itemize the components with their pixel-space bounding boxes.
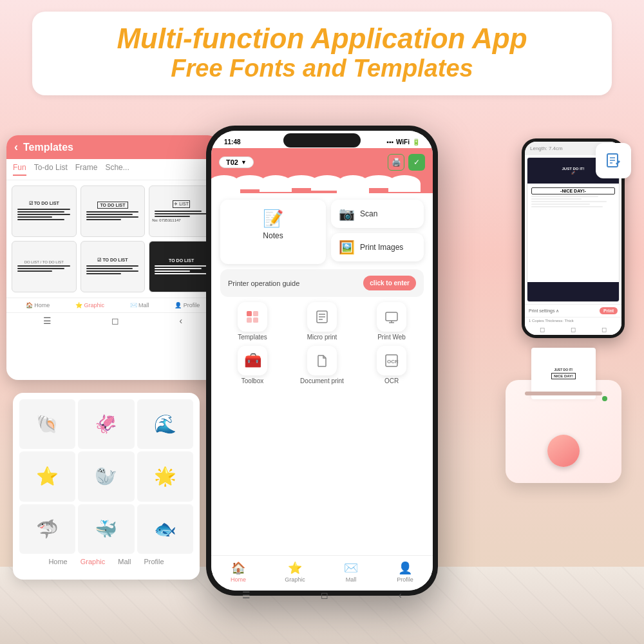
grid-toolbox[interactable]: 🧰 Toolbox: [220, 346, 285, 384]
svg-rect-1: [253, 311, 258, 316]
sticker-2[interactable]: 🦑: [78, 399, 134, 449]
grid-microprint[interactable]: Micro print: [290, 302, 354, 341]
tab-todo[interactable]: To-do List: [34, 163, 68, 176]
printer-body: JUST DO IT! NICE DAY!: [506, 380, 621, 483]
microprint-icon-box: [307, 302, 337, 332]
click-enter-button[interactable]: click to enter: [363, 276, 416, 290]
tablet-tabs: Fun To-do List Frame Sche...: [6, 159, 219, 180]
notes-label: Notes: [263, 231, 283, 240]
chevron-icon: ▼: [241, 159, 247, 166]
nav-mall-icon: ✉️: [344, 561, 358, 575]
notes-button[interactable]: 📝 Notes: [220, 200, 326, 264]
sticker-6[interactable]: 🌟: [137, 451, 193, 501]
rp-home-icon[interactable]: ◻: [571, 326, 576, 333]
grid-templates[interactable]: Templates: [220, 302, 285, 341]
left-tablet: ‹ Templates Fun To-do List Frame Sche...…: [6, 135, 219, 380]
tab-frame[interactable]: Frame: [75, 163, 98, 176]
sticker-7[interactable]: 🦈: [19, 504, 75, 554]
grid-printweb[interactable]: Print Web: [359, 302, 424, 341]
app-content: 📝 Notes 📷 Scan 🖼️ Print Images: [211, 193, 433, 396]
print-images-button[interactable]: 🖼️ Print Images: [331, 233, 424, 261]
toolbox-icon-box: 🧰: [238, 346, 267, 375]
svg-rect-0: [247, 311, 252, 316]
sticker-grid: 🐚 🦑 🌊 ⭐ 🦭 🌟 🦈 🐳 🐟: [19, 399, 193, 554]
ocr-icon-box: OCR: [377, 346, 406, 375]
toolbox-label: Toolbox: [242, 377, 263, 384]
nav-profile-icon: 👤: [398, 561, 412, 575]
docprint-icon-box: [307, 346, 337, 375]
phone-gesture-bar: ☰ ◻ ‹: [207, 585, 437, 605]
tablet-title: Templates: [23, 142, 73, 153]
printer-device: JUST DO IT! NICE DAY!: [499, 380, 628, 509]
sticker-nav-graphic[interactable]: Graphic: [80, 558, 106, 565]
printweb-icon-box: [377, 302, 406, 332]
sticker-5[interactable]: 🦭: [78, 451, 134, 501]
gesture-home-icon[interactable]: ◻: [321, 590, 328, 600]
rp-recent-icon[interactable]: ◻: [601, 326, 607, 333]
title-line2: Free Fonts and Templates: [52, 54, 592, 84]
tablet-nav-graphic[interactable]: ⭐ Graphic: [75, 302, 104, 308]
tablet-nav-home[interactable]: 🏠 Home: [26, 302, 50, 308]
grid-docprint[interactable]: Document print: [290, 346, 354, 384]
ocr-icon: OCR: [384, 353, 399, 368]
sticker-3[interactable]: 🌊: [137, 399, 193, 449]
print-images-icon: 🖼️: [339, 240, 355, 255]
title-box: Multi-function Application App Free Font…: [32, 12, 612, 95]
tablet-home-icon[interactable]: ◻: [111, 316, 119, 326]
template-card-1[interactable]: ☑ TO DO LIST: [12, 185, 77, 237]
template-card-4[interactable]: DO LIST / TO DO LIST: [12, 241, 77, 292]
nav-profile-label: Profile: [397, 576, 413, 583]
tablet-nav-mall[interactable]: ✉️ Mall: [130, 302, 149, 308]
docprint-icon: [314, 353, 330, 368]
scan-button[interactable]: 📷 Scan: [331, 200, 424, 228]
template-card-6[interactable]: TO DO LIST: [149, 241, 214, 292]
nav-profile[interactable]: 👤 Profile: [397, 561, 413, 583]
paper-text1: JUST DO IT!: [551, 368, 576, 372]
template-card-2[interactable]: TO DO LIST: [80, 185, 146, 237]
print-button[interactable]: Print: [600, 307, 618, 314]
title-line1: Multi-function Application App: [52, 23, 592, 54]
back-arrow-icon[interactable]: ‹: [14, 140, 18, 154]
nav-home-label: Home: [231, 576, 246, 583]
rp-back-icon[interactable]: ◻: [540, 326, 545, 333]
sticker-4[interactable]: ⭐: [19, 451, 75, 501]
sticker-9[interactable]: 🐟: [137, 504, 193, 554]
gesture-back-icon[interactable]: ‹: [399, 590, 402, 600]
tablet-back-icon[interactable]: ☰: [43, 316, 52, 326]
sticker-nav-profile[interactable]: Profile: [144, 558, 164, 565]
confirm-btn[interactable]: ✓: [408, 154, 425, 171]
right-phone-nav: ◻ ◻ ◻: [525, 324, 621, 335]
note-preview: JUST DO IT! 🚀 -NICE DAY!-: [527, 157, 620, 302]
nav-graphic[interactable]: ⭐ Graphic: [285, 561, 305, 583]
printer-paper-content: JUST DO IT! NICE DAY!: [549, 365, 578, 382]
sticker-nav-mall[interactable]: Mall: [118, 558, 131, 565]
grid-ocr[interactable]: OCR OCR: [359, 346, 424, 384]
print-icon-btn[interactable]: 🖨️: [388, 154, 404, 171]
nav-graphic-label: Graphic: [285, 576, 305, 583]
nav-mall[interactable]: ✉️ Mall: [344, 561, 358, 583]
printer-button[interactable]: [547, 435, 580, 467]
sticker-panel: 🐚 🦑 🌊 ⭐ 🦭 🌟 🦈 🐳 🐟 Home Graphic Mall Prof…: [13, 393, 200, 580]
sticker-nav-home[interactable]: Home: [48, 558, 67, 565]
phone-notch: [283, 133, 361, 147]
printer-slot: [525, 392, 602, 395]
template-card-3[interactable]: ✈ LIST No: 0735311147: [149, 185, 214, 237]
wave-banner: T02 ▼ 🖨️ ✓: [211, 148, 433, 193]
svg-rect-3: [253, 317, 258, 323]
tablet-recent-icon[interactable]: ‹: [180, 316, 183, 326]
scan-icon: 📷: [339, 206, 355, 222]
t02-label: T02: [226, 158, 238, 166]
tablet-nav-profile[interactable]: 👤 Profile: [175, 302, 200, 308]
top-features-row: 📝 Notes 📷 Scan 🖼️ Print Images: [220, 200, 424, 264]
scan-print-col: 📷 Scan 🖼️ Print Images: [331, 200, 424, 264]
sticker-8[interactable]: 🐳: [78, 504, 134, 554]
sticker-1[interactable]: 🐚: [19, 399, 75, 449]
tablet-header: ‹ Templates: [6, 135, 219, 159]
nav-home[interactable]: 🏠 Home: [231, 561, 246, 583]
wifi-icon: WiFi: [396, 138, 410, 146]
tab-sche[interactable]: Sche...: [105, 163, 129, 176]
device-badge[interactable]: T02 ▼: [219, 156, 254, 168]
gesture-menu-icon[interactable]: ☰: [242, 590, 251, 600]
tab-fun[interactable]: Fun: [13, 163, 26, 176]
template-card-5[interactable]: ☑ TO DO LIST: [80, 241, 146, 292]
